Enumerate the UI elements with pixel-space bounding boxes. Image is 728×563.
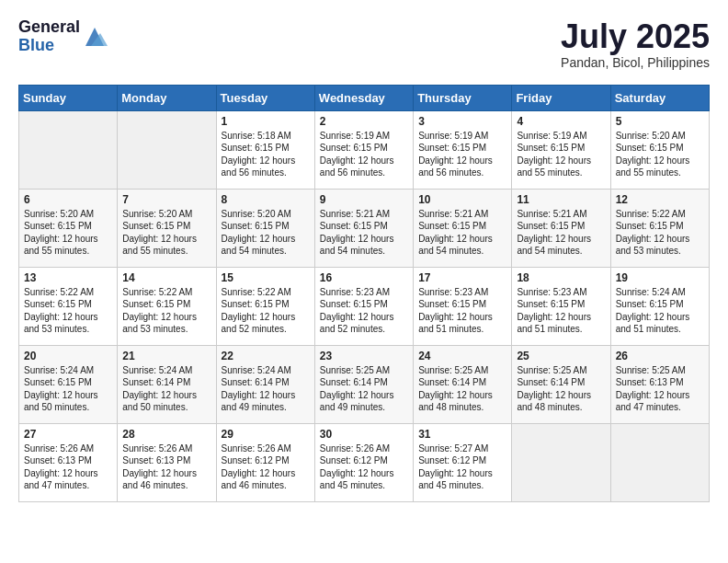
calendar-cell: 7Sunrise: 5:20 AMSunset: 6:15 PMDaylight… bbox=[118, 189, 216, 267]
calendar-cell: 28Sunrise: 5:26 AMSunset: 6:13 PMDayligh… bbox=[118, 423, 216, 501]
day-number: 4 bbox=[517, 115, 605, 128]
calendar-cell: 5Sunrise: 5:20 AMSunset: 6:15 PMDaylight… bbox=[610, 110, 709, 189]
day-number: 9 bbox=[320, 193, 408, 206]
day-number: 12 bbox=[616, 193, 704, 206]
cell-info: Sunrise: 5:20 AMSunset: 6:15 PMDaylight:… bbox=[122, 208, 210, 258]
weekday-header-thursday: Thursday bbox=[414, 85, 512, 110]
calendar-cell: 22Sunrise: 5:24 AMSunset: 6:14 PMDayligh… bbox=[216, 345, 314, 423]
cell-info: Sunrise: 5:20 AMSunset: 6:15 PMDaylight:… bbox=[222, 208, 310, 258]
day-number: 22 bbox=[222, 350, 310, 362]
weekday-header-monday: Monday bbox=[118, 85, 216, 110]
location: Pandan, Bicol, Philippines bbox=[561, 55, 710, 70]
title-block: July 2025 Pandan, Bicol, Philippines bbox=[561, 18, 710, 70]
calendar-cell: 29Sunrise: 5:26 AMSunset: 6:12 PMDayligh… bbox=[216, 423, 314, 501]
day-number: 11 bbox=[517, 193, 605, 206]
calendar-cell: 31Sunrise: 5:27 AMSunset: 6:12 PMDayligh… bbox=[414, 423, 512, 501]
cell-info: Sunrise: 5:25 AMSunset: 6:14 PMDaylight:… bbox=[517, 364, 605, 414]
calendar-cell: 6Sunrise: 5:20 AMSunset: 6:15 PMDaylight… bbox=[19, 189, 118, 267]
cell-info: Sunrise: 5:19 AMSunset: 6:15 PMDaylight:… bbox=[320, 130, 408, 179]
day-number: 24 bbox=[418, 350, 506, 362]
week-row-1: 1Sunrise: 5:18 AMSunset: 6:15 PMDaylight… bbox=[19, 110, 710, 189]
calendar-cell: 23Sunrise: 5:25 AMSunset: 6:14 PMDayligh… bbox=[314, 345, 413, 423]
calendar-cell: 14Sunrise: 5:22 AMSunset: 6:15 PMDayligh… bbox=[118, 267, 216, 345]
calendar-cell: 15Sunrise: 5:22 AMSunset: 6:15 PMDayligh… bbox=[216, 267, 314, 345]
calendar-cell: 8Sunrise: 5:20 AMSunset: 6:15 PMDaylight… bbox=[216, 189, 314, 267]
day-number: 28 bbox=[122, 428, 210, 441]
calendar-cell: 27Sunrise: 5:26 AMSunset: 6:13 PMDayligh… bbox=[19, 423, 118, 501]
day-number: 26 bbox=[616, 350, 704, 362]
day-number: 3 bbox=[418, 115, 506, 128]
weekday-header-sunday: Sunday bbox=[19, 85, 118, 110]
calendar-cell bbox=[512, 423, 610, 501]
calendar-cell: 19Sunrise: 5:24 AMSunset: 6:15 PMDayligh… bbox=[610, 267, 709, 345]
week-row-5: 27Sunrise: 5:26 AMSunset: 6:13 PMDayligh… bbox=[19, 423, 710, 501]
month-year: July 2025 bbox=[561, 18, 710, 55]
day-number: 8 bbox=[222, 193, 310, 206]
calendar-cell bbox=[118, 110, 216, 189]
cell-info: Sunrise: 5:22 AMSunset: 6:15 PMDaylight:… bbox=[616, 208, 704, 258]
day-number: 23 bbox=[320, 350, 408, 362]
weekday-header-tuesday: Tuesday bbox=[216, 85, 314, 110]
cell-info: Sunrise: 5:26 AMSunset: 6:12 PMDaylight:… bbox=[222, 442, 310, 492]
day-number: 13 bbox=[24, 271, 112, 284]
day-number: 14 bbox=[122, 271, 210, 284]
cell-info: Sunrise: 5:22 AMSunset: 6:15 PMDaylight:… bbox=[222, 286, 310, 336]
week-row-2: 6Sunrise: 5:20 AMSunset: 6:15 PMDaylight… bbox=[19, 189, 710, 267]
calendar-cell: 2Sunrise: 5:19 AMSunset: 6:15 PMDaylight… bbox=[314, 110, 413, 189]
calendar-cell: 11Sunrise: 5:21 AMSunset: 6:15 PMDayligh… bbox=[512, 189, 610, 267]
logo-blue: Blue bbox=[18, 37, 80, 55]
day-number: 30 bbox=[320, 428, 408, 441]
cell-info: Sunrise: 5:26 AMSunset: 6:12 PMDaylight:… bbox=[320, 442, 408, 492]
cell-info: Sunrise: 5:24 AMSunset: 6:15 PMDaylight:… bbox=[616, 286, 704, 336]
calendar-cell: 9Sunrise: 5:21 AMSunset: 6:15 PMDaylight… bbox=[314, 189, 413, 267]
weekday-header-friday: Friday bbox=[512, 85, 610, 110]
calendar-cell: 10Sunrise: 5:21 AMSunset: 6:15 PMDayligh… bbox=[414, 189, 512, 267]
cell-info: Sunrise: 5:24 AMSunset: 6:14 PMDaylight:… bbox=[122, 364, 210, 414]
day-number: 5 bbox=[616, 115, 704, 128]
cell-info: Sunrise: 5:25 AMSunset: 6:14 PMDaylight:… bbox=[320, 364, 408, 414]
cell-info: Sunrise: 5:19 AMSunset: 6:15 PMDaylight:… bbox=[418, 130, 506, 179]
calendar-cell bbox=[19, 110, 118, 189]
weekday-header-row: SundayMondayTuesdayWednesdayThursdayFrid… bbox=[19, 85, 710, 110]
calendar-cell: 26Sunrise: 5:25 AMSunset: 6:13 PMDayligh… bbox=[610, 345, 709, 423]
day-number: 21 bbox=[122, 350, 210, 362]
week-row-3: 13Sunrise: 5:22 AMSunset: 6:15 PMDayligh… bbox=[19, 267, 710, 345]
day-number: 25 bbox=[517, 350, 605, 362]
cell-info: Sunrise: 5:25 AMSunset: 6:14 PMDaylight:… bbox=[418, 364, 506, 414]
calendar-table: SundayMondayTuesdayWednesdayThursdayFrid… bbox=[18, 85, 710, 502]
cell-info: Sunrise: 5:25 AMSunset: 6:13 PMDaylight:… bbox=[616, 364, 704, 414]
day-number: 2 bbox=[320, 115, 408, 128]
day-number: 6 bbox=[24, 193, 112, 206]
day-number: 20 bbox=[24, 350, 112, 362]
cell-info: Sunrise: 5:18 AMSunset: 6:15 PMDaylight:… bbox=[222, 130, 310, 179]
day-number: 17 bbox=[418, 271, 506, 284]
day-number: 1 bbox=[222, 115, 310, 128]
day-number: 31 bbox=[418, 428, 506, 441]
cell-info: Sunrise: 5:24 AMSunset: 6:15 PMDaylight:… bbox=[24, 364, 112, 414]
day-number: 29 bbox=[222, 428, 310, 441]
day-number: 10 bbox=[418, 193, 506, 206]
cell-info: Sunrise: 5:21 AMSunset: 6:15 PMDaylight:… bbox=[320, 208, 408, 258]
day-number: 27 bbox=[24, 428, 112, 441]
calendar-cell: 13Sunrise: 5:22 AMSunset: 6:15 PMDayligh… bbox=[19, 267, 118, 345]
calendar-cell: 12Sunrise: 5:22 AMSunset: 6:15 PMDayligh… bbox=[610, 189, 709, 267]
day-number: 19 bbox=[616, 271, 704, 284]
cell-info: Sunrise: 5:24 AMSunset: 6:14 PMDaylight:… bbox=[222, 364, 310, 414]
cell-info: Sunrise: 5:20 AMSunset: 6:15 PMDaylight:… bbox=[24, 208, 112, 258]
cell-info: Sunrise: 5:21 AMSunset: 6:15 PMDaylight:… bbox=[517, 208, 605, 258]
week-row-4: 20Sunrise: 5:24 AMSunset: 6:15 PMDayligh… bbox=[19, 345, 710, 423]
cell-info: Sunrise: 5:22 AMSunset: 6:15 PMDaylight:… bbox=[122, 286, 210, 336]
calendar-cell: 17Sunrise: 5:23 AMSunset: 6:15 PMDayligh… bbox=[414, 267, 512, 345]
calendar-cell: 25Sunrise: 5:25 AMSunset: 6:14 PMDayligh… bbox=[512, 345, 610, 423]
logo: General Blue bbox=[18, 18, 108, 55]
calendar-cell: 4Sunrise: 5:19 AMSunset: 6:15 PMDaylight… bbox=[512, 110, 610, 189]
day-number: 15 bbox=[222, 271, 310, 284]
weekday-header-saturday: Saturday bbox=[610, 85, 709, 110]
calendar-cell: 24Sunrise: 5:25 AMSunset: 6:14 PMDayligh… bbox=[414, 345, 512, 423]
day-number: 7 bbox=[122, 193, 210, 206]
cell-info: Sunrise: 5:23 AMSunset: 6:15 PMDaylight:… bbox=[517, 286, 605, 336]
day-number: 18 bbox=[517, 271, 605, 284]
logo-icon bbox=[82, 24, 108, 50]
weekday-header-wednesday: Wednesday bbox=[314, 85, 413, 110]
cell-info: Sunrise: 5:19 AMSunset: 6:15 PMDaylight:… bbox=[517, 130, 605, 179]
